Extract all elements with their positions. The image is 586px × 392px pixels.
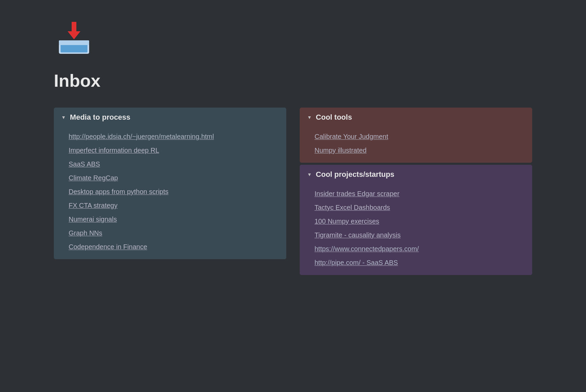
- section-header-cool-tools[interactable]: ▼Cool tools: [300, 108, 532, 127]
- left-column: ▼Media to processhttp://people.idsia.ch/…: [54, 108, 286, 261]
- section-title-cool-tools: Cool tools: [316, 113, 352, 122]
- list-item[interactable]: http://people.idsia.ch/~juergen/metalear…: [69, 130, 279, 144]
- chevron-down-icon: ▼: [61, 115, 66, 120]
- list-item[interactable]: Climate RegCap: [69, 171, 279, 185]
- list-item[interactable]: Insider trades Edgar scraper: [315, 187, 525, 201]
- list-item[interactable]: 100 Numpy exercises: [315, 214, 525, 228]
- chevron-down-icon: ▼: [307, 172, 312, 177]
- svg-marker-0: [68, 22, 80, 39]
- right-column: ▼Cool toolsCalibrate Your JudgmentNumpy …: [300, 108, 532, 277]
- section-media-to-process: ▼Media to processhttp://people.idsia.ch/…: [54, 108, 286, 259]
- list-item[interactable]: Tactyc Excel Dashboards: [315, 201, 525, 214]
- chevron-down-icon: ▼: [307, 115, 312, 120]
- section-title-cool-projects: Cool projects/startups: [316, 170, 394, 179]
- list-item[interactable]: https://www.connectedpapers.com/: [315, 242, 525, 256]
- section-title-media-to-process: Media to process: [70, 113, 131, 122]
- section-items-cool-tools: Calibrate Your JudgmentNumpy illustrated: [300, 127, 532, 163]
- list-item[interactable]: Graph NNs: [69, 226, 279, 240]
- list-item[interactable]: FX CTA strategy: [69, 199, 279, 212]
- inbox-icon: [54, 20, 94, 61]
- list-item[interactable]: SaaS ABS: [69, 157, 279, 171]
- list-item[interactable]: Calibrate Your Judgment: [315, 130, 525, 144]
- section-items-media-to-process: http://people.idsia.ch/~juergen/metalear…: [54, 127, 286, 259]
- section-cool-tools: ▼Cool toolsCalibrate Your JudgmentNumpy …: [300, 108, 532, 163]
- page-title: Inbox: [54, 71, 101, 91]
- page-header: Inbox: [54, 20, 532, 91]
- list-item[interactable]: http://pipe.com/ - SaaS ABS: [315, 256, 525, 270]
- list-item[interactable]: Imperfect information deep RL: [69, 144, 279, 157]
- list-item[interactable]: Numpy illustrated: [315, 144, 525, 157]
- list-item[interactable]: Tigramite - causality analysis: [315, 228, 525, 242]
- section-header-cool-projects[interactable]: ▼Cool projects/startups: [300, 165, 532, 184]
- list-item[interactable]: Codependence in Finance: [69, 240, 279, 254]
- columns-container: ▼Media to processhttp://people.idsia.ch/…: [54, 108, 532, 277]
- list-item[interactable]: Desktop apps from python scripts: [69, 185, 279, 199]
- svg-rect-2: [59, 40, 89, 45]
- list-item[interactable]: Numerai signals: [69, 212, 279, 226]
- section-items-cool-projects: Insider trades Edgar scraperTactyc Excel…: [300, 184, 532, 275]
- section-cool-projects: ▼Cool projects/startupsInsider trades Ed…: [300, 165, 532, 275]
- section-header-media-to-process[interactable]: ▼Media to process: [54, 108, 286, 127]
